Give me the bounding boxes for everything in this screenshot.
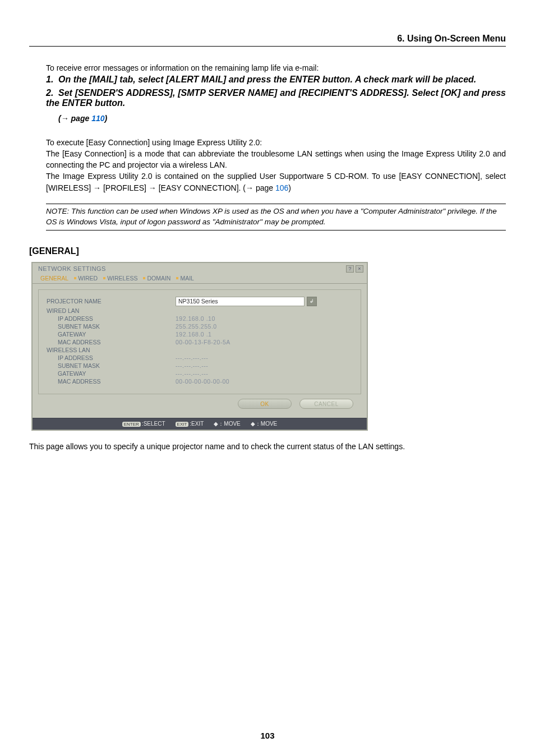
tab-mail[interactable]: MAIL [174, 274, 197, 283]
cancel-button[interactable]: CANCEL [299, 399, 353, 409]
general-heading: [GENERAL] [29, 246, 506, 256]
wired-mac-value: 00-00-13-F8-20-5A [176, 339, 230, 345]
network-settings-dialog: NETWORK SETTINGS ? × GENERAL WIRED WIREL… [31, 262, 368, 431]
exit-key-icon: EXIT [176, 422, 189, 427]
page-ref-suffix: ) [104, 114, 107, 123]
page-ref-prefix: (→ page [58, 114, 91, 123]
move-vert-hint: ◆：MOVE [214, 420, 240, 428]
tab-wireless[interactable]: WIRELESS [101, 274, 141, 283]
dialog-tabs: GENERAL WIRED WIRELESS DOMAIN MAIL [33, 273, 367, 284]
after-dialog-text: This page allows you to specify a unique… [29, 441, 506, 452]
wireless-mac-value: 00-00-00-00-00-00 [176, 378, 229, 385]
exec-heading: To execute [Easy Connection] using Image… [46, 137, 506, 148]
wired-mac-label: MAC ADDRESS [47, 339, 176, 345]
intro-line: To receive error messages or information… [46, 62, 506, 73]
wireless-subnet-label: SUBNET MASK [47, 362, 176, 369]
wireless-mac-label: MAC ADDRESS [47, 378, 176, 385]
dialog-footer: ENTER:SELECT EXIT:EXIT ◆：MOVE ◆：MOVE [33, 418, 367, 430]
wired-ip-value: 192.168.0 .10 [176, 315, 215, 322]
wireless-ip-label: IP ADDRESS [47, 354, 176, 361]
wired-subnet-label: SUBNET MASK [47, 323, 176, 330]
exec-para2: The Image Express Utility 2.0 is contain… [46, 170, 506, 193]
step-1: 1.On the [MAIL] tab, select [ALERT MAIL]… [46, 75, 506, 85]
step-2: 2.Set [SENDER'S ADDRESS], [SMTP SERVER N… [46, 88, 506, 108]
ok-button[interactable]: OK [238, 399, 292, 409]
wireless-lan-label: WIRELESS LAN [47, 347, 176, 353]
wireless-gateway-value: ---.---.---.--- [176, 370, 208, 377]
dialog-title: NETWORK SETTINGS [38, 265, 106, 272]
close-icon[interactable]: × [356, 265, 363, 273]
tab-wired[interactable]: WIRED [72, 274, 101, 283]
exec-para1: The [Easy Connection] is a mode that can… [46, 148, 506, 171]
help-icon[interactable]: ? [346, 265, 354, 273]
move-horiz-hint: ◆：MOVE [251, 420, 277, 428]
tab-general[interactable]: GENERAL [38, 274, 72, 283]
projector-name-input[interactable]: NP3150 Series [176, 297, 305, 306]
tab-domain[interactable]: DOMAIN [141, 274, 174, 283]
enter-key-icon: ENTER [122, 422, 141, 427]
wired-ip-label: IP ADDRESS [47, 315, 176, 322]
wireless-ip-value: ---.---.---.--- [176, 354, 208, 361]
wired-gateway-value: 192.168.0 .1 [176, 331, 211, 338]
wireless-gateway-label: GATEWAY [47, 370, 176, 377]
note-text: NOTE: This function can be used when Win… [46, 204, 506, 231]
projector-name-label: PROJECTOR NAME [47, 298, 176, 305]
wired-lan-label: WIRED LAN [47, 307, 176, 314]
section-header: 6. Using On-Screen Menu [29, 34, 506, 47]
wired-gateway-label: GATEWAY [47, 331, 176, 338]
enter-icon[interactable]: ↲ [307, 297, 317, 306]
wireless-subnet-value: ---.---.---.--- [176, 362, 208, 369]
page-number: 103 [0, 731, 535, 740]
page-106-link[interactable]: 106 [275, 183, 288, 192]
page-110-link[interactable]: 110 [91, 114, 104, 123]
wired-subnet-value: 255.255.255.0 [176, 323, 217, 330]
